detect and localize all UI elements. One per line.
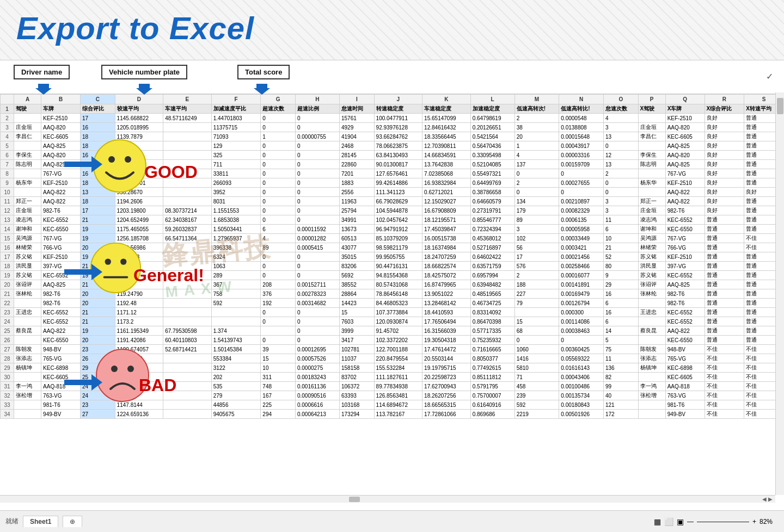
cell-r: 良好 [705, 160, 744, 169]
cell-b: 948-BV [41, 345, 81, 354]
cell-n: 0.00180843 [559, 400, 604, 410]
cell-q: KEC-6898 [665, 363, 705, 373]
cell-c: 17 [81, 206, 115, 215]
col-header-j: J [374, 95, 422, 104]
cell-row-num: 4 [1, 132, 14, 141]
zoom-slider[interactable]: ———————— [697, 518, 749, 525]
dropdown-toggle[interactable]: ✓ [766, 71, 773, 82]
cell-k: 17.47614472 [422, 345, 471, 354]
cell-m: 20 [514, 132, 559, 141]
vertical-scrollbar[interactable] [775, 92, 784, 495]
cell-row-num: 31 [1, 382, 14, 391]
cell-k: 13.28468142 [422, 299, 471, 308]
zoom-in-btn[interactable]: + [752, 518, 756, 525]
cell-r: 不佳 [705, 345, 744, 354]
cell-j: 155.532284 [374, 363, 422, 373]
cell-i: 28145 [339, 151, 374, 160]
cell-h: 0 [295, 178, 339, 188]
horizontal-scrollbar[interactable]: ◀ ▶ [0, 495, 775, 503]
cell-j: 80.57431068 [374, 280, 422, 289]
table-row: 23王进忠KEC-6552211171.120015107.377388418.… [1, 308, 784, 317]
cell-n: 0.00016077 [559, 271, 604, 280]
cell-q: KEC-6605 [665, 373, 705, 382]
cell-e [163, 354, 212, 363]
cell-b: KEC-6898 [41, 363, 81, 373]
cell-g: 1 [261, 132, 296, 141]
cell-q: 982-T6 [665, 299, 705, 308]
cell-q: KEF-2510 [665, 252, 705, 262]
cell-j: 78.06623875 [374, 141, 422, 151]
cell-b: 981-T6 [41, 400, 81, 410]
cell-j: 85.10379209 [374, 234, 422, 243]
cell-o: 11 [603, 354, 638, 363]
cell-q: AAQ-820 [665, 123, 705, 132]
cell-l: 0.45368012 [470, 234, 514, 243]
cell-e: 60.40110803 [163, 336, 212, 345]
cell-k: 16.00515738 [422, 234, 471, 243]
col-header-n: N [559, 95, 604, 104]
cell-l: 0.48519565 [470, 289, 514, 299]
normal-view-btn[interactable]: ▦ [654, 517, 661, 526]
cell-p [638, 400, 665, 410]
cell-i: 11037 [339, 354, 374, 363]
cell-a: 吴鸿源 [14, 234, 41, 243]
cell-j: 126.8563481 [374, 391, 422, 400]
cell-j: 113.782167 [374, 410, 422, 419]
cell-k: 18.33566445 [422, 132, 471, 141]
cell-i: 4929 [339, 123, 374, 132]
cell-c: 27 [81, 410, 115, 419]
cell-j: 78.86456148 [374, 289, 422, 299]
cell-i: 103168 [339, 400, 374, 410]
page-break-btn[interactable]: ▣ [677, 517, 684, 526]
cell-m: 68 [514, 326, 559, 336]
cell-l: 0.52716897 [470, 243, 514, 252]
col-header-c: C [81, 95, 115, 104]
svg-marker-2 [254, 84, 270, 95]
cell-f: 535 [211, 382, 261, 391]
zh-col-i: 怠速时间 [339, 104, 374, 114]
cell-m: 188 [514, 280, 559, 289]
cell-c: 18 [81, 197, 115, 206]
cell-r: 良好 [705, 141, 744, 151]
page-layout-btn[interactable]: ⬜ [664, 517, 673, 526]
cell-r: 不佳 [705, 382, 744, 391]
cell-row-num: 23 [1, 308, 14, 317]
cell-l: 0.20126651 [470, 123, 514, 132]
cell-i: 173294 [339, 410, 374, 419]
cell-p: 张松增 [638, 391, 665, 400]
cell-m: 2 [514, 178, 559, 188]
cell-k: 18.16374984 [422, 243, 471, 252]
cell-j: 114.6894672 [374, 400, 422, 410]
cell-h: 0.0005415 [295, 243, 339, 252]
cell-a [14, 373, 41, 382]
cell-e [163, 123, 212, 132]
cell-row-num: 16 [1, 243, 14, 252]
cell-h: 0.00278323 [295, 289, 339, 299]
blue-arrow-general [64, 261, 102, 283]
cell-m: 79 [514, 299, 559, 308]
cell-b: KEC-6605 [41, 132, 81, 141]
cell-m [514, 308, 559, 317]
cell-o: 0 [603, 188, 638, 197]
score-arrow [254, 84, 270, 95]
cell-l: 0.64660579 [470, 197, 514, 206]
total-score-label: Total score [237, 65, 290, 79]
cell-r: 普通 [705, 336, 744, 345]
cell-f: 8031 [211, 197, 261, 206]
cell-a [14, 299, 41, 308]
cell-r: 不佳 [705, 410, 744, 419]
cell-a [14, 410, 41, 419]
cell-k: 18.4410593 [422, 308, 471, 317]
cell-e [163, 132, 212, 141]
cell-f: 44856 [211, 400, 261, 410]
sheet-tab-sheet1[interactable]: Sheet1 [23, 516, 58, 527]
cell-m: 0 [514, 188, 559, 197]
cell-g: 0 [261, 188, 296, 197]
cell-k: 13.9051022 [422, 289, 471, 299]
cell-n: 0.0003421 [559, 243, 604, 252]
cell-i: 15761 [339, 114, 374, 123]
cell-h: 0.00011592 [295, 225, 339, 234]
add-sheet-button[interactable]: ⊕ [63, 516, 82, 527]
zoom-out-btn[interactable]: — [687, 518, 694, 525]
cell-g: 225 [261, 400, 296, 410]
